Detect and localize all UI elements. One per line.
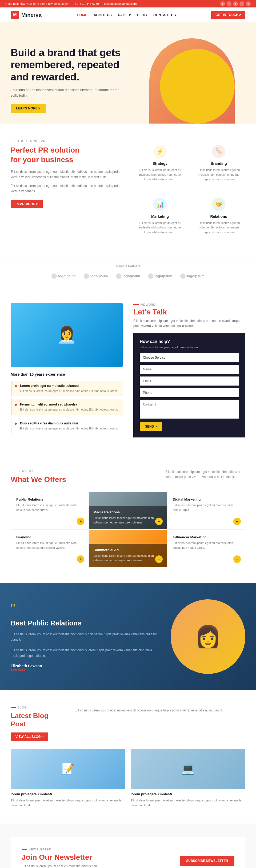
- top-yt-icon[interactable]: y: [246, 1, 251, 6]
- about-para1: Elit sit risus lorem ipsum eget eu moles…: [11, 169, 123, 180]
- top-tw-icon[interactable]: t: [227, 1, 231, 6]
- talk-section: 👩‍💼 More than 10 years experience Lorem …: [0, 287, 256, 454]
- form-email-input[interactable]: [140, 376, 239, 385]
- top-li-icon[interactable]: l: [239, 1, 244, 6]
- offer-inf-title: Influencer Marketing: [173, 535, 240, 539]
- partner-icon-4: [148, 274, 153, 279]
- testimonial-author: Elizabeth Lawson BUSINESS: [11, 664, 160, 671]
- testimonial-person-img: 👩: [171, 599, 245, 674]
- about-card-relations: 🤝 Relations Elit sit risus lorem ipsum e…: [192, 192, 245, 240]
- offer-commercial-btn[interactable]: +: [155, 555, 163, 563]
- branding-title: Branding: [197, 161, 240, 165]
- top-bar-email[interactable]: customer@example.com: [104, 2, 137, 5]
- form-comment-input[interactable]: [140, 400, 239, 418]
- blog-heading-line2: Post: [11, 720, 26, 728]
- relations-title: Relations: [197, 214, 240, 219]
- author-name: Elizabeth Lawson: [11, 664, 160, 668]
- top-fb-icon[interactable]: f: [220, 1, 225, 6]
- nav-home[interactable]: Home: [77, 13, 87, 17]
- offer-pr-btn[interactable]: +: [77, 518, 84, 525]
- form-phone-input[interactable]: [140, 388, 239, 397]
- offer-pr-title: Public Relations: [16, 497, 83, 501]
- offers-section-label: SERVICES: [11, 469, 66, 473]
- about-section: ABOUT MINERVA Perfect PR solutionfor you…: [0, 124, 256, 256]
- offers-heading-normal: We Offers: [31, 475, 66, 484]
- get-in-touch-button[interactable]: GET IN TOUCH >: [211, 11, 245, 19]
- blog-post-2: 💻 lorem proiegeteu molesti Elit sit risu…: [131, 749, 245, 808]
- offer-brand-desc: Elit sit risus lorem ipsum eget eu moles…: [16, 541, 83, 550]
- talk-header: WE WORK Let's Talk Elit sit risus lorem …: [133, 303, 245, 329]
- relations-desc: Elit sit risus lorem ipsum eget eu moles…: [197, 221, 240, 235]
- hero-learn-more-button[interactable]: LEARN MORE >: [11, 104, 46, 113]
- hero-heading: Build a brand that gets remembered, repe…: [11, 47, 123, 83]
- commercial-ad-image: Commercial Ad Elit sit risus lorem ipsum…: [89, 530, 167, 567]
- about-right: ⚡ Strategy Elit sit risus lorem ipsum eg…: [133, 140, 245, 240]
- feature-title-1: Lorem proin eget eu molestie euismod: [20, 384, 118, 388]
- blog-post-title-2: lorem proiegeteu molesti: [131, 792, 245, 796]
- offer-influencer: Influencer Marketing Elit sit risus lore…: [167, 530, 245, 567]
- hero-section: Build a brand that gets remembered, repe…: [0, 22, 256, 124]
- strategy-title: Strategy: [139, 161, 181, 165]
- nav-about[interactable]: About Us: [94, 13, 112, 17]
- offer-dm-btn[interactable]: +: [233, 518, 241, 525]
- media-relations-image: Media Relations Elit sit risus lorem ips…: [89, 492, 167, 529]
- nav-page[interactable]: Page ▾: [118, 13, 131, 17]
- testimonial-content: " Best Public Relations Elit sit risus l…: [11, 602, 160, 672]
- form-title: How can help?: [140, 339, 239, 344]
- about-card-strategy: ⚡ Strategy Elit sit risus lorem ipsum eg…: [133, 140, 187, 187]
- blog-post-image-2: 💻: [131, 749, 245, 789]
- view-all-blog-button[interactable]: VIEW ALL BLOG >: [11, 733, 48, 741]
- feature-desc-2: Elit sit risus lorem ipsum eget eu moles…: [20, 407, 118, 412]
- offer-inf-btn[interactable]: +: [233, 555, 241, 563]
- offer-commercial-title: Commercial Ad: [93, 548, 162, 552]
- subscribe-button[interactable]: SUBSCRIBE NEWSLETTER: [180, 856, 234, 866]
- partner-icon-1: [52, 274, 57, 279]
- feature-content-2: Fermentum elit euismod sed pharetra Elit…: [20, 403, 118, 412]
- blog-post-title-1: lorem proiegeteu molesti: [11, 792, 125, 796]
- marketing-desc: Elit sit risus lorem ipsum eget eu moles…: [139, 221, 181, 235]
- about-section-label: ABOUT MINERVA: [11, 140, 123, 143]
- talk-right: WE WORK Let's Talk Elit sit risus lorem …: [133, 303, 245, 437]
- offer-brand-btn[interactable]: +: [77, 555, 84, 563]
- offer-media-btn[interactable]: +: [155, 518, 163, 525]
- contact-form: How can help? Elit sit risus lorem ipsum…: [133, 333, 245, 437]
- talk-heading-highlight: Let's: [133, 308, 150, 316]
- partners-section: Minerva Partners logoipsum logoipsum log…: [0, 256, 256, 287]
- experience-text: More than 10 years experience: [11, 372, 123, 376]
- blog-post-desc-1: Elit sit risus lorem ipsum eget eu moles…: [11, 798, 125, 808]
- top-ig-icon[interactable]: i: [233, 1, 238, 6]
- nav-contact[interactable]: Contact Us: [153, 13, 176, 17]
- partner-icon-2: [84, 274, 89, 279]
- talk-heading: Let's Talk: [133, 308, 245, 316]
- about-para2: Elit sit risus lorem ipsum eget eu moles…: [11, 183, 123, 194]
- testimonial-heading: Best Public Relations: [11, 619, 160, 627]
- form-send-button[interactable]: SEND >: [140, 422, 162, 431]
- strategy-icon: ⚡: [153, 145, 167, 158]
- nav-blog[interactable]: Blog: [137, 13, 147, 17]
- nav-links: Home About Us Page ▾ Blog Contact Us: [77, 13, 176, 17]
- partners-logos: logoipsum logoipsum logoipsum logoipsum …: [11, 274, 245, 279]
- top-bar-right: f t i l y: [220, 1, 251, 6]
- blog-heading: Latest Blog Post: [11, 712, 64, 728]
- offer-pr-desc: Elit sit risus lorem ipsum eget eu moles…: [16, 503, 83, 512]
- feature-item-2: Fermentum elit euismod sed pharetra Elit…: [11, 399, 123, 415]
- newsletter-inner: NEWSLETTER Join Our Newsletter Elit sit …: [11, 837, 245, 868]
- about-read-more-button[interactable]: READ MORE >: [11, 200, 42, 208]
- service-select[interactable]: Choose Service Public Relations Digital …: [140, 353, 239, 362]
- feature-item-1: Lorem proin eget eu molestie euismod Eli…: [11, 381, 123, 397]
- top-social-icons: f t i l y: [220, 1, 251, 6]
- about-card-marketing: 📊 Marketing Elit sit risus lorem ipsum e…: [133, 192, 187, 240]
- logo[interactable]: M Minerva: [11, 11, 41, 19]
- blog-post-image-1: 📝: [11, 749, 125, 789]
- offer-dm-title: Digital Marketing: [173, 497, 240, 501]
- hero-content: Build a brand that gets remembered, repe…: [11, 47, 123, 124]
- offer-media-desc: Elit sit risus lorem ipsum eget eu moles…: [93, 516, 162, 525]
- form-name-input[interactable]: [140, 365, 239, 374]
- top-bar-phone[interactable]: +1 (311) 345-6789: [75, 2, 99, 5]
- newsletter-label: NEWSLETTER: [22, 848, 180, 851]
- partner-logo-1: logoipsum: [52, 274, 76, 279]
- marketing-icon: 📊: [153, 198, 167, 211]
- feature-dot-3: [15, 423, 17, 425]
- testimonial-image: 👩: [171, 599, 245, 674]
- testimonial-text1: Elit sit risus lorem ipsum eget eu moles…: [11, 631, 160, 643]
